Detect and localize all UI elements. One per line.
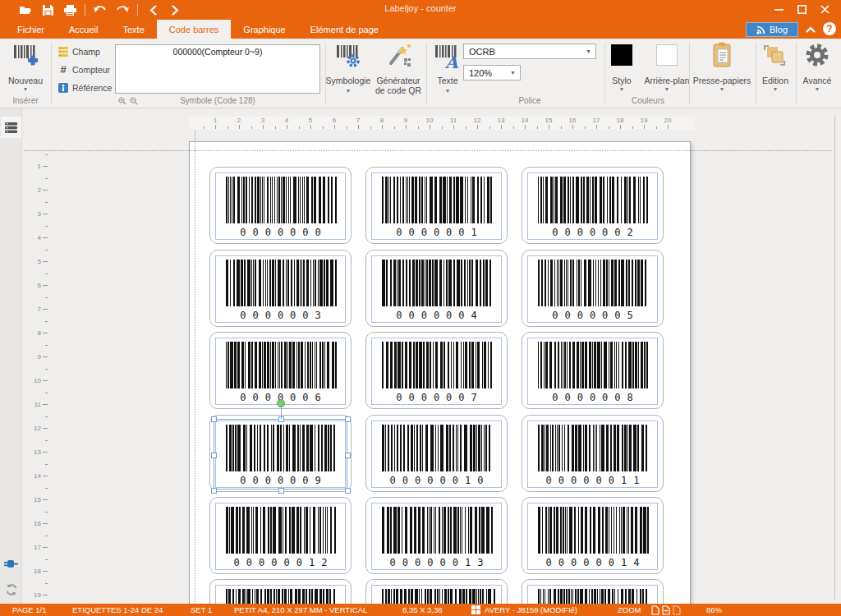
arriere-plan-button[interactable]: Arrière-plan xyxy=(641,76,692,85)
resize-handle[interactable] xyxy=(211,453,217,458)
presse-papiers-icon[interactable] xyxy=(711,41,733,69)
pen-color-swatch[interactable] xyxy=(611,44,632,66)
label-item[interactable]: 0000004 xyxy=(365,250,508,327)
scrollbar-edge[interactable] xyxy=(834,115,835,600)
label-item[interactable]: 0000006 xyxy=(209,332,352,409)
barcode-element[interactable]: 00000010 xyxy=(371,421,502,488)
barcode-element[interactable]: 00000014 xyxy=(527,503,658,570)
presse-papiers-button[interactable]: Presse-papiers xyxy=(692,76,751,85)
open-folder-icon[interactable] xyxy=(18,2,33,17)
tab-graphique[interactable]: Graphique xyxy=(231,20,297,39)
barcode-element[interactable]: 00000012 xyxy=(215,503,346,570)
background-color-swatch[interactable] xyxy=(656,44,678,66)
arriere-plan-dropdown-caret[interactable]: ▼ xyxy=(641,86,692,92)
barcode-element[interactable]: 00000011 xyxy=(527,421,658,488)
label-item[interactable]: 00000017 xyxy=(522,579,664,604)
nouveau-button[interactable]: Nouveau xyxy=(0,76,51,85)
qr-generator-icon[interactable] xyxy=(384,43,413,69)
tab-accueil[interactable]: Accueil xyxy=(57,20,110,39)
resize-handle[interactable] xyxy=(345,416,351,422)
tab-texte[interactable]: Texte xyxy=(110,20,156,39)
zoom-selection-icon[interactable] xyxy=(673,605,681,615)
resize-handle[interactable] xyxy=(278,416,284,422)
champ-button[interactable]: Champ xyxy=(72,47,100,57)
resize-handle[interactable] xyxy=(345,488,351,494)
barcode-element[interactable]: 0000000 xyxy=(215,172,346,240)
qr-generator-button-line2[interactable]: de code QR xyxy=(371,85,425,95)
font-family-select[interactable]: OCRB▼ xyxy=(463,44,596,59)
texte-icon[interactable]: A xyxy=(433,43,461,71)
font-size-select[interactable]: 120%▼ xyxy=(463,65,521,80)
combo-caret-icon[interactable]: ▼ xyxy=(510,70,516,76)
label-item[interactable]: 00000015 xyxy=(209,579,352,604)
barcode-element[interactable]: 0000002 xyxy=(527,172,658,240)
avance-button[interactable]: Avancé xyxy=(797,76,837,85)
reference-icon[interactable] xyxy=(57,82,69,93)
design-canvas[interactable]: 1234567891011121314151617181920 12345678… xyxy=(0,108,841,604)
resize-handle[interactable] xyxy=(211,488,217,494)
nouveau-dropdown-caret[interactable]: ▼ xyxy=(0,86,51,92)
barcode-element[interactable]: 0000003 xyxy=(215,255,346,323)
label-item[interactable]: 00000016 xyxy=(365,579,508,604)
reference-button[interactable]: Référence xyxy=(72,83,112,93)
compteur-icon[interactable]: # xyxy=(57,64,69,75)
tab-element-de-page[interactable]: Elément de page xyxy=(298,20,391,39)
barcode-element[interactable]: 00000017 xyxy=(527,585,658,604)
refresh-icon[interactable] xyxy=(1,579,21,600)
barcode-element[interactable]: 0000004 xyxy=(371,255,502,323)
database-panel-icon[interactable] xyxy=(1,117,21,138)
label-item[interactable]: 00000010 xyxy=(365,415,508,492)
label-item[interactable]: 00000013 xyxy=(365,497,508,574)
minimize-button[interactable] xyxy=(767,0,790,18)
label-item[interactable]: 0000008 xyxy=(522,332,664,409)
stylo-dropdown-caret[interactable]: ▼ xyxy=(600,86,643,92)
blog-button[interactable]: Blog xyxy=(746,22,798,37)
label-item[interactable]: 0000003 xyxy=(209,250,352,327)
symbologie-dropdown-caret[interactable]: ▼ xyxy=(323,88,374,94)
edition-icon[interactable] xyxy=(762,43,787,67)
label-item[interactable]: 0000009 xyxy=(209,415,352,492)
avance-dropdown-caret[interactable]: ▼ xyxy=(797,86,837,92)
stylo-button[interactable]: Stylo xyxy=(600,76,643,85)
texte-button[interactable]: Texte xyxy=(433,76,462,85)
presse-papiers-dropdown-caret[interactable]: ▼ xyxy=(692,86,751,92)
symbology-icon[interactable] xyxy=(334,43,362,69)
edition-button[interactable]: Edition xyxy=(756,76,795,85)
maximize-button[interactable] xyxy=(790,0,813,18)
save-icon[interactable] xyxy=(40,2,55,17)
help-icon[interactable]: ? xyxy=(823,22,836,35)
symbologie-button[interactable]: Symbologie xyxy=(323,76,374,85)
zoom-width-icon[interactable] xyxy=(662,605,670,615)
tab-fichier[interactable]: Fichier xyxy=(5,20,57,39)
label-item[interactable]: 00000011 xyxy=(522,415,664,492)
label-item[interactable]: 0000005 xyxy=(522,250,664,327)
undo-icon[interactable] xyxy=(93,2,108,17)
compteur-button[interactable]: Compteur xyxy=(72,65,110,75)
edition-dropdown-caret[interactable]: ▼ xyxy=(756,86,795,92)
barcode-element[interactable]: 0000005 xyxy=(527,255,658,323)
selection-rectangle[interactable] xyxy=(214,419,347,490)
resize-handle[interactable] xyxy=(345,453,351,458)
barcode-element[interactable]: 0000008 xyxy=(527,338,658,405)
barcode-element[interactable]: 0000001 xyxy=(371,172,502,240)
connection-plug-icon[interactable] xyxy=(1,553,21,574)
redo-icon[interactable] xyxy=(115,2,130,17)
label-item[interactable]: 00000012 xyxy=(209,497,352,574)
barcode-element[interactable]: 00000013 xyxy=(371,503,502,570)
nav-back-icon[interactable] xyxy=(145,2,160,17)
barcode-element[interactable]: 0000007 xyxy=(371,338,502,405)
resize-handle[interactable] xyxy=(211,416,217,422)
qr-generator-button[interactable]: Générateur xyxy=(371,76,425,85)
barcode-element[interactable]: 00000016 xyxy=(371,585,502,604)
label-item[interactable]: 0000007 xyxy=(365,332,508,409)
collapse-ribbon-icon[interactable] xyxy=(805,24,818,35)
label-item[interactable]: 0000002 xyxy=(522,167,664,244)
close-button[interactable] xyxy=(813,0,836,18)
tab-code-barres[interactable]: Code barres xyxy=(157,20,232,39)
champ-icon[interactable] xyxy=(57,46,69,57)
new-barcode-icon[interactable] xyxy=(11,43,39,69)
zoom-page-icon[interactable] xyxy=(651,605,659,615)
label-item[interactable]: 0000000 xyxy=(209,167,352,244)
texte-dropdown-caret[interactable]: ▼ xyxy=(433,88,462,94)
barcode-element[interactable]: 0000006 xyxy=(215,338,346,405)
